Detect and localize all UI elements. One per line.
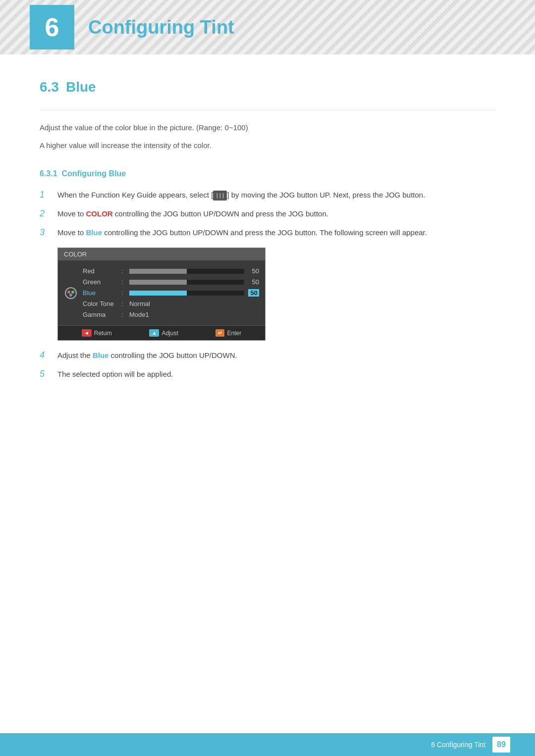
step-number-5: 5 bbox=[40, 369, 50, 379]
bar-fill-blue bbox=[129, 291, 187, 296]
color-menu-footer: ◄ Return ▲ Adjust ↵ Enter bbox=[58, 325, 265, 340]
footer-enter: ↵ Enter bbox=[215, 329, 241, 337]
row-label-red: Red bbox=[83, 267, 117, 275]
color-menu-rows: Red : 50 Green : 50 bbox=[83, 267, 259, 318]
value-gamma: Mode1 bbox=[129, 311, 149, 318]
list-item: 3 Move to Blue controlling the JOG butto… bbox=[40, 227, 495, 239]
bar-blue bbox=[129, 291, 244, 296]
adjust-icon: ▲ bbox=[149, 329, 159, 337]
value-colortone: Normal bbox=[129, 300, 150, 307]
color-row-blue: Blue : 50 bbox=[83, 289, 259, 297]
step-text-3: Move to Blue controlling the JOG button … bbox=[57, 227, 427, 239]
svg-point-2 bbox=[71, 291, 74, 294]
list-item: 1 When the Function Key Guide appears, s… bbox=[40, 189, 495, 201]
row-label-gamma: Gamma bbox=[83, 311, 117, 318]
divider bbox=[40, 110, 495, 110]
step-text-1: When the Function Key Guide appears, sel… bbox=[57, 189, 425, 201]
desc1: Adjust the value of the color blue in th… bbox=[40, 121, 495, 134]
color-row-colortone: Color Tone : Normal bbox=[83, 300, 259, 307]
list-item: 5 The selected option will be applied. bbox=[40, 368, 495, 380]
footer-text: 6 Configuring Tint bbox=[431, 741, 485, 749]
footer-adjust: ▲ Adjust bbox=[149, 329, 178, 337]
subsection-label: Configuring Blue bbox=[61, 169, 126, 178]
key-icon: ||| bbox=[213, 191, 227, 201]
steps-list-2: 4 Adjust the Blue controlling the JOG bu… bbox=[40, 350, 495, 380]
step-text-5: The selected option will be applied. bbox=[57, 368, 173, 380]
steps-list: 1 When the Function Key Guide appears, s… bbox=[40, 189, 495, 239]
color-row-green: Green : 50 bbox=[83, 278, 259, 286]
return-label: Return bbox=[94, 330, 112, 337]
adjust-label: Adjust bbox=[161, 330, 178, 337]
enter-icon: ↵ bbox=[215, 329, 224, 337]
value-green: 50 bbox=[248, 278, 259, 286]
step-number-4: 4 bbox=[40, 350, 50, 360]
step-text-4: Adjust the Blue controlling the JOG butt… bbox=[57, 350, 237, 361]
step-number-3: 3 bbox=[40, 227, 50, 238]
color-menu: COLOR Red : bbox=[57, 248, 266, 341]
footer-return: ◄ Return bbox=[82, 329, 112, 337]
header-banner: 6 Configuring Tint bbox=[0, 0, 535, 54]
svg-point-1 bbox=[67, 291, 70, 294]
desc2: A higher value will increase the intensi… bbox=[40, 139, 495, 152]
page-footer: 6 Configuring Tint 89 bbox=[0, 733, 535, 756]
color-keyword: COLOR bbox=[86, 209, 113, 218]
svg-point-3 bbox=[69, 294, 72, 297]
page-number: 89 bbox=[492, 737, 510, 753]
subsection-heading: 6.3.1 Configuring Blue bbox=[40, 169, 495, 178]
return-icon: ◄ bbox=[82, 329, 92, 337]
list-item: 2 Move to COLOR controlling the JOG butt… bbox=[40, 208, 495, 220]
blue-keyword-3: Blue bbox=[86, 228, 103, 237]
section-number: 6.3 bbox=[40, 79, 59, 95]
bar-green bbox=[129, 280, 244, 285]
enter-label: Enter bbox=[227, 330, 241, 337]
subsection-number: 6.3.1 bbox=[40, 169, 57, 178]
step-number-2: 2 bbox=[40, 208, 50, 219]
page-title: Configuring Tint bbox=[88, 17, 234, 38]
section-label: Blue bbox=[66, 79, 96, 95]
color-menu-icon bbox=[64, 267, 78, 318]
bar-fill-red bbox=[129, 269, 187, 274]
svg-point-0 bbox=[65, 288, 76, 299]
chapter-number: 6 bbox=[45, 12, 59, 42]
row-label-green: Green bbox=[83, 278, 117, 286]
color-menu-container: COLOR Red : bbox=[57, 248, 495, 341]
row-label-colortone: Color Tone bbox=[83, 300, 117, 307]
bar-fill-green bbox=[129, 280, 187, 285]
step-text-2: Move to COLOR controlling the JOG button… bbox=[57, 208, 328, 220]
row-label-blue: Blue bbox=[83, 289, 117, 297]
blue-keyword-4: Blue bbox=[93, 351, 109, 359]
section-heading: 6.3 Blue bbox=[40, 79, 495, 95]
value-blue: 50 bbox=[248, 289, 259, 297]
color-row-red: Red : 50 bbox=[83, 267, 259, 275]
chapter-number-box: 6 bbox=[30, 5, 74, 50]
value-red: 50 bbox=[248, 267, 259, 275]
main-content: 6.3 Blue Adjust the value of the color b… bbox=[0, 54, 535, 427]
color-menu-title: COLOR bbox=[58, 248, 265, 260]
bar-red bbox=[129, 269, 244, 274]
list-item: 4 Adjust the Blue controlling the JOG bu… bbox=[40, 350, 495, 361]
step-number-1: 1 bbox=[40, 190, 50, 200]
color-row-gamma: Gamma : Mode1 bbox=[83, 311, 259, 318]
color-menu-body: Red : 50 Green : 50 bbox=[58, 260, 265, 325]
